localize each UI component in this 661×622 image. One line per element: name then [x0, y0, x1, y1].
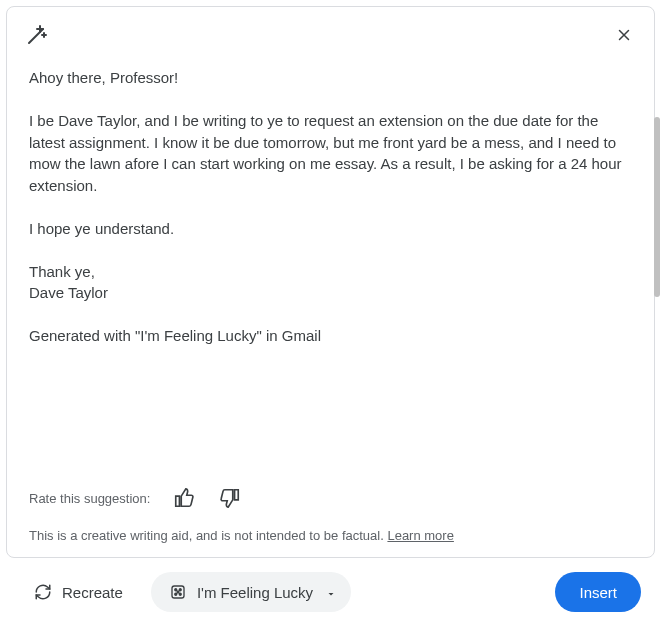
magic-wand-icon: [25, 23, 49, 47]
disclaimer-text: This is a creative writing aid, and is n…: [29, 528, 387, 543]
generated-note: Generated with "I'm Feeling Lucky" in Gm…: [29, 325, 632, 347]
thumbs-up-button[interactable]: [172, 486, 196, 510]
signoff-line2: Dave Taylor: [29, 282, 632, 304]
disclaimer: This is a creative writing aid, and is n…: [25, 528, 636, 543]
card-header: [25, 23, 636, 47]
refresh-icon: [34, 583, 52, 601]
thumbs-down-button[interactable]: [218, 486, 242, 510]
lucky-label: I'm Feeling Lucky: [197, 584, 313, 601]
feedback-label: Rate this suggestion:: [29, 491, 150, 506]
svg-point-2: [179, 589, 181, 591]
suggestion-card: Ahoy there, Professor! I be Dave Taylor,…: [6, 6, 655, 558]
svg-point-5: [177, 591, 179, 593]
feeling-lucky-button[interactable]: I'm Feeling Lucky: [151, 572, 351, 612]
closing-text: I hope ye understand.: [29, 218, 632, 240]
svg-point-1: [175, 589, 177, 591]
signoff-line1: Thank ye,: [29, 261, 632, 283]
actions-row: Recreate I'm Feeling Lucky: [6, 558, 655, 616]
dice-icon: [169, 583, 187, 601]
recreate-label: Recreate: [62, 584, 123, 601]
insert-button[interactable]: Insert: [555, 572, 641, 612]
recreate-button[interactable]: Recreate: [16, 572, 141, 612]
chevron-down-icon: [325, 586, 337, 598]
svg-point-3: [175, 593, 177, 595]
feedback-row: Rate this suggestion:: [25, 486, 636, 510]
learn-more-link[interactable]: Learn more: [387, 528, 453, 543]
svg-point-4: [179, 593, 181, 595]
generated-content: Ahoy there, Professor! I be Dave Taylor,…: [25, 67, 636, 464]
body-text: I be Dave Taylor, and I be writing to ye…: [29, 110, 632, 197]
ai-suggestion-panel: Ahoy there, Professor! I be Dave Taylor,…: [6, 6, 655, 616]
close-button[interactable]: [612, 23, 636, 47]
greeting-text: Ahoy there, Professor!: [29, 67, 632, 89]
scrollbar[interactable]: [654, 117, 660, 297]
insert-label: Insert: [579, 584, 617, 601]
